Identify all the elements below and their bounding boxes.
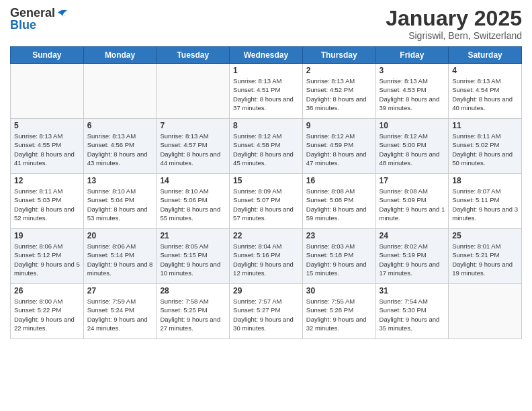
day-number: 10	[380, 121, 445, 130]
calendar-day-cell: 3Sunrise: 8:13 AM Sunset: 4:53 PM Daylig…	[375, 64, 449, 119]
calendar-day-cell	[157, 64, 230, 119]
day-info: Sunrise: 8:12 AM Sunset: 5:00 PM Dayligh…	[380, 132, 445, 167]
day-number: 13	[87, 176, 153, 185]
day-number: 4	[452, 66, 518, 75]
calendar-day-cell	[449, 284, 522, 339]
day-number: 5	[14, 121, 80, 130]
calendar-day-cell: 15Sunrise: 8:09 AM Sunset: 5:07 PM Dayli…	[230, 174, 303, 229]
day-info: Sunrise: 8:06 AM Sunset: 5:14 PM Dayligh…	[87, 242, 153, 277]
calendar-day-cell: 24Sunrise: 8:02 AM Sunset: 5:19 PM Dayli…	[375, 229, 449, 284]
day-info: Sunrise: 8:05 AM Sunset: 5:15 PM Dayligh…	[160, 242, 226, 277]
day-number: 12	[14, 176, 80, 185]
day-info: Sunrise: 8:06 AM Sunset: 5:12 PM Dayligh…	[14, 242, 80, 277]
day-info: Sunrise: 8:08 AM Sunset: 5:08 PM Dayligh…	[306, 187, 372, 222]
day-info: Sunrise: 8:08 AM Sunset: 5:09 PM Dayligh…	[380, 187, 445, 222]
calendar-day-cell	[11, 64, 84, 119]
day-number: 30	[306, 286, 372, 295]
calendar-location: Sigriswil, Bern, Switzerland	[386, 30, 522, 41]
day-number: 28	[160, 286, 226, 295]
day-number: 27	[87, 286, 153, 295]
calendar-table: SundayMondayTuesdayWednesdayThursdayFrid…	[10, 46, 522, 339]
calendar-day-cell: 27Sunrise: 7:59 AM Sunset: 5:24 PM Dayli…	[83, 284, 157, 339]
calendar-day-cell: 7Sunrise: 8:13 AM Sunset: 4:57 PM Daylig…	[157, 119, 230, 174]
page: General Blue January 2025 Sigriswil, Ber…	[0, 0, 532, 411]
day-info: Sunrise: 8:07 AM Sunset: 5:11 PM Dayligh…	[452, 187, 518, 222]
logo-bird-icon	[56, 7, 69, 18]
calendar-day-cell: 18Sunrise: 8:07 AM Sunset: 5:11 PM Dayli…	[449, 174, 522, 229]
day-info: Sunrise: 8:03 AM Sunset: 5:18 PM Dayligh…	[306, 242, 372, 277]
day-of-week-header: Sunday	[11, 47, 84, 64]
calendar-day-cell: 26Sunrise: 8:00 AM Sunset: 5:22 PM Dayli…	[11, 284, 84, 339]
day-info: Sunrise: 8:02 AM Sunset: 5:19 PM Dayligh…	[380, 242, 445, 277]
calendar-day-cell: 31Sunrise: 7:54 AM Sunset: 5:30 PM Dayli…	[375, 284, 449, 339]
calendar-day-cell: 16Sunrise: 8:08 AM Sunset: 5:08 PM Dayli…	[302, 174, 375, 229]
calendar-day-cell: 20Sunrise: 8:06 AM Sunset: 5:14 PM Dayli…	[83, 229, 157, 284]
calendar-day-cell: 6Sunrise: 8:13 AM Sunset: 4:56 PM Daylig…	[83, 119, 157, 174]
calendar-day-cell: 10Sunrise: 8:12 AM Sunset: 5:00 PM Dayli…	[375, 119, 449, 174]
day-of-week-header: Saturday	[449, 47, 522, 64]
day-info: Sunrise: 7:55 AM Sunset: 5:28 PM Dayligh…	[306, 297, 372, 332]
calendar-day-cell: 8Sunrise: 8:12 AM Sunset: 4:58 PM Daylig…	[230, 119, 303, 174]
calendar-day-cell: 23Sunrise: 8:03 AM Sunset: 5:18 PM Dayli…	[302, 229, 375, 284]
calendar-week-row: 5Sunrise: 8:13 AM Sunset: 4:55 PM Daylig…	[11, 119, 522, 174]
calendar-day-cell: 14Sunrise: 8:10 AM Sunset: 5:06 PM Dayli…	[157, 174, 230, 229]
day-of-week-header: Friday	[375, 47, 449, 64]
calendar-day-cell: 29Sunrise: 7:57 AM Sunset: 5:27 PM Dayli…	[230, 284, 303, 339]
logo-general-text: General	[10, 7, 55, 19]
day-info: Sunrise: 8:00 AM Sunset: 5:22 PM Dayligh…	[14, 297, 80, 332]
day-number: 22	[233, 231, 299, 240]
calendar-week-row: 12Sunrise: 8:11 AM Sunset: 5:03 PM Dayli…	[11, 174, 522, 229]
logo: General Blue	[10, 7, 69, 31]
calendar-day-cell: 22Sunrise: 8:04 AM Sunset: 5:16 PM Dayli…	[230, 229, 303, 284]
calendar-day-cell: 21Sunrise: 8:05 AM Sunset: 5:15 PM Dayli…	[157, 229, 230, 284]
day-number: 24	[380, 231, 445, 240]
calendar-week-row: 26Sunrise: 8:00 AM Sunset: 5:22 PM Dayli…	[11, 284, 522, 339]
day-info: Sunrise: 8:13 AM Sunset: 4:51 PM Dayligh…	[233, 77, 299, 112]
day-info: Sunrise: 7:57 AM Sunset: 5:27 PM Dayligh…	[233, 297, 299, 332]
calendar-day-cell: 12Sunrise: 8:11 AM Sunset: 5:03 PM Dayli…	[11, 174, 84, 229]
day-number: 23	[306, 231, 372, 240]
day-number: 25	[452, 231, 518, 240]
day-number: 15	[233, 176, 299, 185]
day-of-week-header: Thursday	[302, 47, 375, 64]
calendar-day-cell: 1Sunrise: 8:13 AM Sunset: 4:51 PM Daylig…	[230, 64, 303, 119]
day-info: Sunrise: 8:11 AM Sunset: 5:03 PM Dayligh…	[14, 187, 80, 222]
calendar-day-cell: 4Sunrise: 8:13 AM Sunset: 4:54 PM Daylig…	[449, 64, 522, 119]
day-number: 6	[87, 121, 153, 130]
calendar-day-cell: 2Sunrise: 8:13 AM Sunset: 4:52 PM Daylig…	[302, 64, 375, 119]
header: General Blue January 2025 Sigriswil, Ber…	[10, 7, 522, 41]
day-number: 7	[160, 121, 226, 130]
day-number: 2	[306, 66, 372, 75]
day-number: 20	[87, 231, 153, 240]
day-info: Sunrise: 8:13 AM Sunset: 4:55 PM Dayligh…	[14, 132, 80, 167]
day-info: Sunrise: 8:13 AM Sunset: 4:57 PM Dayligh…	[160, 132, 226, 167]
day-number: 14	[160, 176, 226, 185]
day-number: 3	[380, 66, 445, 75]
day-info: Sunrise: 8:13 AM Sunset: 4:53 PM Dayligh…	[380, 77, 445, 112]
day-number: 1	[233, 66, 299, 75]
day-info: Sunrise: 7:54 AM Sunset: 5:30 PM Dayligh…	[380, 297, 445, 332]
day-of-week-header: Wednesday	[230, 47, 303, 64]
calendar-header-row: SundayMondayTuesdayWednesdayThursdayFrid…	[11, 47, 522, 64]
day-info: Sunrise: 8:13 AM Sunset: 4:56 PM Dayligh…	[87, 132, 153, 167]
day-info: Sunrise: 8:09 AM Sunset: 5:07 PM Dayligh…	[233, 187, 299, 222]
calendar-week-row: 19Sunrise: 8:06 AM Sunset: 5:12 PM Dayli…	[11, 229, 522, 284]
calendar-day-cell: 11Sunrise: 8:11 AM Sunset: 5:02 PM Dayli…	[449, 119, 522, 174]
day-of-week-header: Monday	[83, 47, 157, 64]
day-number: 21	[160, 231, 226, 240]
day-info: Sunrise: 7:59 AM Sunset: 5:24 PM Dayligh…	[87, 297, 153, 332]
day-number: 29	[233, 286, 299, 295]
day-number: 19	[14, 231, 80, 240]
day-info: Sunrise: 8:11 AM Sunset: 5:02 PM Dayligh…	[452, 132, 518, 167]
calendar-day-cell: 30Sunrise: 7:55 AM Sunset: 5:28 PM Dayli…	[302, 284, 375, 339]
calendar-day-cell: 5Sunrise: 8:13 AM Sunset: 4:55 PM Daylig…	[11, 119, 84, 174]
day-info: Sunrise: 8:13 AM Sunset: 4:54 PM Dayligh…	[452, 77, 518, 112]
calendar-day-cell: 17Sunrise: 8:08 AM Sunset: 5:09 PM Dayli…	[375, 174, 449, 229]
day-info: Sunrise: 8:12 AM Sunset: 4:58 PM Dayligh…	[233, 132, 299, 167]
day-number: 31	[380, 286, 445, 295]
logo-blue-text: Blue	[10, 19, 36, 31]
calendar-week-row: 1Sunrise: 8:13 AM Sunset: 4:51 PM Daylig…	[11, 64, 522, 119]
day-of-week-header: Tuesday	[157, 47, 230, 64]
day-number: 16	[306, 176, 372, 185]
day-info: Sunrise: 8:12 AM Sunset: 4:59 PM Dayligh…	[306, 132, 372, 167]
